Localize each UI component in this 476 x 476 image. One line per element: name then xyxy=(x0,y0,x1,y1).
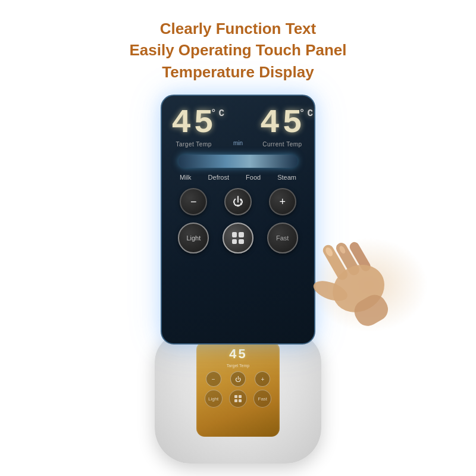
grid-icon xyxy=(232,232,244,244)
gold-light-btn[interactable]: Light xyxy=(205,390,223,408)
main-btn-row: − ⏻ + xyxy=(171,188,305,215)
device-body: 45 Target Temp − ⏻ + Light xyxy=(155,333,321,464)
plus-button[interactable]: + xyxy=(269,188,296,215)
gold-temp-display: 45 xyxy=(229,347,247,362)
grid-button[interactable] xyxy=(223,223,253,253)
gold-bottom-row: Light Fast xyxy=(201,390,275,408)
power-icon: ⏻ xyxy=(233,196,243,208)
current-degree: °C xyxy=(299,109,315,118)
gold-panel: 45 Target Temp − ⏻ + Light xyxy=(196,342,280,437)
fast-button[interactable]: Fast xyxy=(267,223,298,253)
glow-bar xyxy=(178,155,298,168)
power-button[interactable]: ⏻ xyxy=(224,188,252,215)
gold-grid-cell-1 xyxy=(234,395,237,398)
mode-defrost: Defrost xyxy=(208,174,229,181)
gold-grid-icon xyxy=(234,395,242,402)
hand-glow xyxy=(309,237,428,333)
gold-grid-cell-3 xyxy=(234,399,237,402)
gold-grid-cell-2 xyxy=(239,395,242,398)
header-line1: Clearly Function Text xyxy=(129,18,346,39)
grid-cell-3 xyxy=(232,239,237,245)
header-line3: Temperature Display xyxy=(129,61,346,83)
grid-cell-1 xyxy=(232,232,237,237)
mode-labels: Milk Defrost Food Steam xyxy=(171,174,305,181)
header-line2: Easily Operating Touch Panel xyxy=(129,39,346,61)
device-base: 45 Target Temp − ⏻ + Light xyxy=(155,327,321,464)
current-temp-value: 45°C xyxy=(260,107,305,140)
gold-target-label: Target Temp xyxy=(227,364,249,368)
gold-fast-btn[interactable]: Fast xyxy=(253,390,271,408)
mode-food: Food xyxy=(246,174,261,181)
mode-milk: Milk xyxy=(180,174,192,181)
bottom-btn-row: Light Fast xyxy=(171,223,305,253)
gold-plus-btn[interactable]: + xyxy=(255,371,270,387)
temp-display-row: 45°C Target Temp min 45°C Current Temp xyxy=(171,107,305,148)
target-temp-block: 45°C Target Temp xyxy=(171,107,216,148)
grid-cell-2 xyxy=(239,232,244,237)
gold-grid-cell-4 xyxy=(239,399,242,402)
scene-container: 45°C Target Temp min 45°C Current Temp M… xyxy=(95,95,381,464)
current-temp-block: 45°C Current Temp xyxy=(260,107,305,148)
mode-steam: Steam xyxy=(277,174,296,181)
light-button[interactable]: Light xyxy=(178,223,209,253)
gold-grid-btn[interactable] xyxy=(229,390,247,408)
gold-power-btn[interactable]: ⏻ xyxy=(230,371,246,387)
gold-minus-btn[interactable]: − xyxy=(206,371,221,387)
header-section: Clearly Function Text Easily Operating T… xyxy=(129,18,346,83)
grid-cell-4 xyxy=(239,239,244,245)
target-temp-value: 45°C xyxy=(171,107,216,140)
touch-panel: 45°C Target Temp min 45°C Current Temp M… xyxy=(161,95,315,345)
min-badge: min xyxy=(233,140,243,146)
minus-button[interactable]: − xyxy=(180,188,207,215)
target-degree: °C xyxy=(211,109,227,118)
gold-btn-row: − ⏻ + xyxy=(201,371,275,387)
